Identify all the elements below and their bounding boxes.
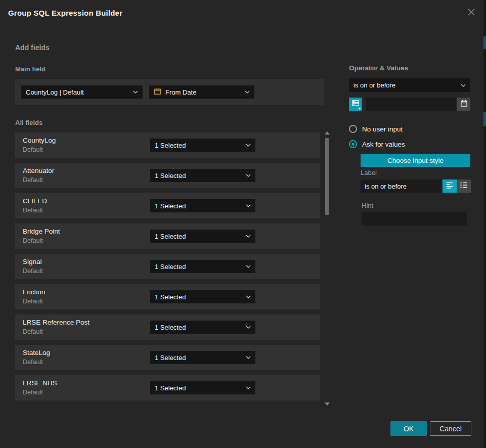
field-name: Bridge Point (23, 228, 60, 235)
field-selection-value: 1 Selected (155, 202, 243, 210)
field-selection-value: 1 Selected (155, 263, 243, 271)
hint-input[interactable] (362, 212, 467, 226)
radio-circle (349, 125, 357, 133)
field-selection-dropdown[interactable]: 1 Selected (150, 260, 255, 273)
date-picker-button[interactable] (457, 98, 470, 111)
field-selection-dropdown[interactable]: 1 Selected (150, 199, 255, 212)
field-subtitle: Default (23, 328, 43, 335)
field-selection-value: 1 Selected (155, 233, 243, 240)
field-selection-dropdown[interactable]: 1 Selected (150, 381, 255, 394)
field-name: Friction (23, 288, 45, 296)
scroll-up-arrow-icon[interactable] (325, 131, 330, 135)
ok-button[interactable]: OK (390, 421, 427, 436)
chevron-down-icon (246, 144, 251, 147)
field-selection-dropdown[interactable]: 1 Selected (150, 351, 255, 364)
dialog-header: Group SQL Expression Builder (0, 0, 483, 26)
list-style-button[interactable] (457, 180, 471, 193)
date-calendar-icon (154, 87, 161, 97)
field-subtitle: Default (23, 298, 43, 305)
field-subtitle: Default (23, 207, 43, 214)
chevron-down-icon (133, 91, 138, 94)
field-subtitle: Default (23, 146, 43, 153)
field-row: Signal Default 1 Selected (15, 254, 320, 279)
scroll-down-arrow-icon[interactable] (325, 402, 330, 406)
field-selection-value: 1 Selected (155, 293, 243, 301)
field-row: CountyLog Default 1 Selected (15, 132, 320, 158)
main-field-heading: Main field (15, 65, 46, 73)
label-input[interactable] (361, 180, 441, 193)
field-selection-value: 1 Selected (155, 354, 243, 362)
main-layer-select[interactable]: CountyLog | Default (21, 85, 143, 99)
group-sql-expression-builder-dialog: Group SQL Expression Builder Add fields … (0, 0, 486, 448)
field-selection-value: 1 Selected (155, 384, 243, 392)
chevron-down-icon (246, 174, 251, 177)
radio-ask-for-values[interactable]: Ask for values (349, 139, 470, 149)
field-subtitle: Default (23, 359, 43, 366)
field-name: LRSE NHS (23, 379, 57, 387)
scrollbar-thumb[interactable] (325, 138, 329, 215)
value-row (349, 98, 470, 111)
field-subtitle: Default (23, 389, 43, 396)
radio-circle (349, 140, 357, 148)
operator-values-heading: Operator & Values (349, 64, 408, 72)
field-row: Friction Default 1 Selected (15, 284, 320, 309)
chevron-down-icon (246, 235, 251, 238)
chevron-down-icon (246, 356, 251, 359)
chevron-down-icon (246, 204, 251, 207)
label-row (361, 180, 471, 193)
panel-divider (337, 63, 337, 406)
field-name: Signal (23, 258, 42, 265)
align-left-icon (446, 182, 454, 191)
main-layer-select-value: CountyLog | Default (26, 88, 130, 96)
field-subtitle: Default (23, 237, 43, 244)
field-row: StateLog Default 1 Selected (15, 345, 320, 370)
hint-field-label: Hint (362, 202, 373, 209)
radio-no-user-input[interactable]: No user input (349, 124, 470, 134)
field-selection-dropdown[interactable]: 1 Selected (150, 321, 255, 334)
field-selection-dropdown[interactable]: 1 Selected (150, 290, 255, 303)
background-app-edge (483, 0, 486, 448)
list-icon (460, 182, 468, 191)
fields-scrollbar[interactable] (323, 129, 332, 407)
chevron-down-icon (246, 326, 251, 329)
field-name: Attenuator (23, 167, 54, 174)
date-value-input[interactable] (366, 98, 456, 111)
operator-select-value: is on or before (354, 81, 458, 89)
main-field-select-value: From Date (165, 88, 242, 96)
radio-label: No user input (362, 125, 403, 133)
caret-down-icon (358, 108, 361, 110)
field-name: CountyLog (23, 137, 56, 144)
field-selection-dropdown[interactable]: 1 Selected (150, 139, 255, 152)
chevron-down-icon (461, 84, 466, 87)
field-selection-value: 1 Selected (155, 142, 243, 149)
close-button[interactable] (466, 8, 476, 18)
align-left-style-button[interactable] (443, 180, 457, 193)
field-subtitle: Default (23, 267, 43, 275)
operator-select[interactable]: is on or before (349, 78, 470, 92)
field-subtitle: Default (23, 176, 43, 184)
chevron-down-icon (246, 265, 251, 268)
field-selection-value: 1 Selected (155, 172, 243, 180)
background-accent-segment (483, 36, 486, 49)
chevron-down-icon (246, 386, 251, 389)
chevron-down-icon (246, 295, 251, 298)
label-input-wrap (361, 180, 441, 193)
add-fields-heading: Add fields (15, 43, 50, 52)
input-type-button[interactable] (349, 98, 362, 111)
field-selection-dropdown[interactable]: 1 Selected (150, 169, 255, 182)
hint-input-wrap (362, 212, 467, 226)
background-accent-segment (483, 112, 486, 126)
field-name: StateLog (23, 349, 50, 356)
field-row: CLIFED Default 1 Selected (15, 193, 320, 218)
cancel-button[interactable]: Cancel (430, 421, 471, 436)
choose-input-style-button[interactable]: Choose input style (361, 154, 470, 167)
field-row: LRSE NHS Default 1 Selected (15, 375, 320, 400)
field-row: Attenuator Default 1 Selected (15, 163, 320, 188)
field-name: LRSE Reference Post (23, 319, 90, 326)
radio-label: Ask for values (362, 141, 405, 148)
calendar-icon (460, 100, 468, 109)
field-selection-dropdown[interactable]: 1 Selected (150, 230, 255, 243)
dialog-title: Group SQL Expression Builder (8, 9, 122, 17)
main-field-select[interactable]: From Date (149, 85, 254, 99)
close-icon (467, 8, 475, 18)
